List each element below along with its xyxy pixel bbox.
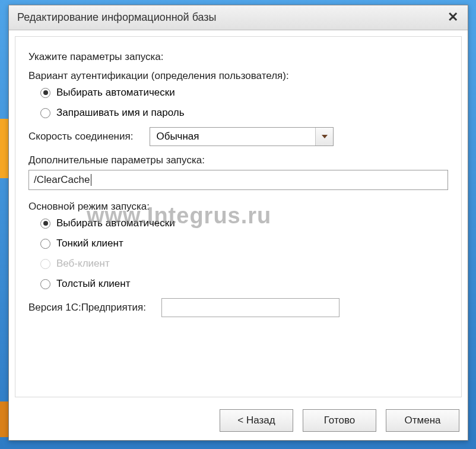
finish-button[interactable]: Готово	[303, 409, 376, 432]
radio-label: Толстый клиент	[56, 278, 130, 290]
speed-label: Скорость соединения:	[28, 131, 133, 143]
auth-option-ask[interactable]: Запрашивать имя и пароль	[40, 107, 448, 119]
close-icon[interactable]: ✕	[444, 9, 462, 27]
radio-icon	[40, 219, 50, 229]
button-row: < Назад Готово Отмена	[9, 403, 468, 440]
radio-label: Запрашивать имя и пароль	[56, 107, 185, 119]
speed-value: Обычная	[150, 131, 315, 143]
back-button-label: < Назад	[237, 415, 275, 426]
speed-select[interactable]: Обычная	[150, 127, 334, 146]
radio-icon	[40, 88, 50, 98]
radio-icon	[40, 259, 50, 269]
mode-option-auto[interactable]: Выбирать автоматически	[40, 217, 448, 229]
version-input[interactable]	[161, 298, 339, 317]
version-label: Версия 1С:Предприятия:	[28, 302, 146, 314]
auth-radio-group: Выбирать автоматически Запрашивать имя и…	[40, 87, 448, 119]
content-panel: Укажите параметры запуска: Вариант аутен…	[15, 36, 462, 397]
mode-option-thick[interactable]: Толстый клиент	[40, 278, 448, 290]
dialog-window: Редактирование информационной базы ✕ Ука…	[8, 5, 468, 441]
titlebar: Редактирование информационной базы ✕	[9, 5, 468, 30]
chevron-down-icon[interactable]	[315, 128, 333, 146]
window-title: Редактирование информационной базы	[17, 11, 444, 24]
radio-label: Выбирать автоматически	[56, 87, 175, 99]
version-row: Версия 1С:Предприятия:	[28, 298, 448, 317]
cancel-button-label: Отмена	[405, 415, 441, 426]
finish-button-label: Готово	[324, 415, 356, 426]
text-caret	[91, 174, 91, 186]
auth-label: Вариант аутентификации (определения поль…	[28, 70, 448, 82]
radio-label: Веб-клиент	[56, 258, 110, 270]
cancel-button[interactable]: Отмена	[386, 409, 459, 432]
speed-row: Скорость соединения: Обычная	[28, 127, 448, 146]
radio-label: Выбирать автоматически	[56, 217, 175, 229]
extra-params-label: Дополнительные параметры запуска:	[28, 154, 448, 166]
mode-option-thin[interactable]: Тонкий клиент	[40, 238, 448, 249]
prompt-label: Укажите параметры запуска:	[28, 51, 448, 63]
radio-icon	[40, 239, 50, 249]
extra-params-input[interactable]: /ClearCache	[28, 170, 448, 190]
radio-icon	[40, 279, 50, 289]
extra-params-value: /ClearCache	[34, 174, 90, 186]
back-button[interactable]: < Назад	[220, 409, 293, 432]
radio-icon	[40, 108, 50, 118]
auth-option-auto[interactable]: Выбирать автоматически	[40, 87, 448, 99]
radio-label: Тонкий клиент	[56, 238, 123, 249]
mode-label: Основной режим запуска:	[28, 201, 448, 213]
mode-radio-group: Выбирать автоматически Тонкий клиент Веб…	[40, 217, 448, 290]
mode-option-web: Веб-клиент	[40, 258, 448, 270]
